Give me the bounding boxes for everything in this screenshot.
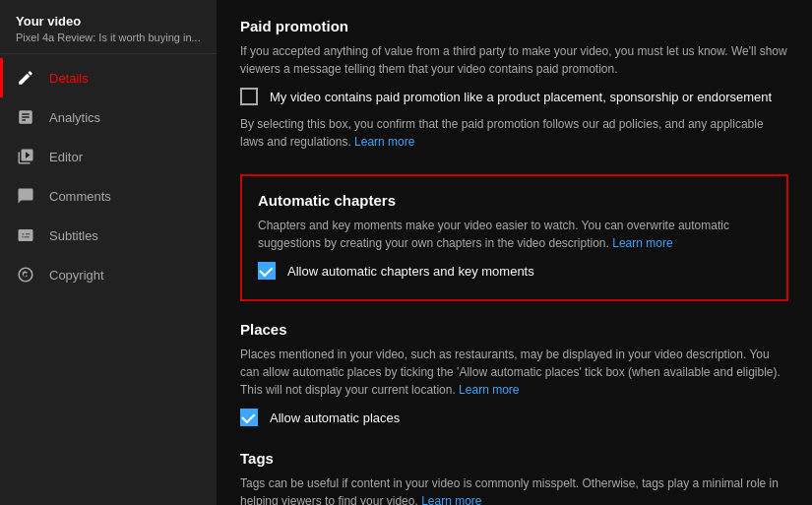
paid-promotion-checkbox-label: My video contains paid promotion like a … [270,90,772,104]
main-content: Paid promotion If you accepted anything … [217,0,812,505]
sidebar-nav: Details Analytics Editor [0,54,217,294]
places-desc: Places mentioned in your video, such as … [240,346,788,399]
tags-desc: Tags can be useful if content in your vi… [240,474,788,505]
editor-icon [16,147,35,166]
paid-promotion-checkbox[interactable] [240,88,258,105]
automatic-chapters-desc: Chapters and key moments make your video… [258,217,771,252]
sidebar-item-editor[interactable]: Editor [0,137,217,176]
subtitles-label: Subtitles [49,228,98,243]
copyright-label: Copyright [49,268,104,283]
sidebar-item-comments[interactable]: Comments [0,176,217,216]
places-title: Places [240,321,788,338]
sidebar: Your video Pixel 4a Review: Is it worth … [0,0,217,505]
comments-label: Comments [49,189,111,204]
tags-desc-text: Tags can be useful if content in your vi… [240,476,779,505]
comments-icon [16,186,35,206]
tags-title: Tags [240,450,788,467]
automatic-chapters-checkbox-row[interactable]: Allow automatic chapters and key moments [258,262,771,280]
automatic-chapters-checkbox[interactable] [258,262,276,280]
sidebar-video-subtitle: Pixel 4a Review: Is it worth buying in..… [16,32,201,43]
paid-promotion-section: Paid promotion If you accepted anything … [240,18,788,151]
paid-promotion-checkbox-row[interactable]: My video contains paid promotion like a … [240,88,788,105]
paid-promotion-checkbox-desc-text: By selecting this box, you confirm that … [240,117,764,149]
paid-promotion-title: Paid promotion [240,18,788,34]
editor-label: Editor [49,150,83,164]
paid-promotion-desc: If you accepted anything of value from a… [240,42,788,78]
places-checkbox[interactable] [240,409,258,426]
sidebar-video-title: Your video [16,14,201,29]
paid-promotion-checkbox-desc: By selecting this box, you confirm that … [240,115,788,151]
tags-learn-more[interactable]: Learn more [421,494,481,505]
sidebar-item-copyright[interactable]: Copyright [0,255,217,294]
places-learn-more[interactable]: Learn more [459,383,519,397]
automatic-chapters-title: Automatic chapters [258,192,771,209]
paid-promotion-learn-more[interactable]: Learn more [354,135,414,149]
sidebar-header: Your video Pixel 4a Review: Is it worth … [0,0,217,54]
sidebar-item-subtitles[interactable]: Subtitles [0,216,217,255]
tags-section: Tags Tags can be useful if content in yo… [240,450,788,505]
places-checkbox-row[interactable]: Allow automatic places [240,409,788,426]
copyright-icon [16,265,35,284]
sidebar-item-analytics[interactable]: Analytics [0,97,217,137]
places-checkbox-label: Allow automatic places [270,410,400,425]
details-icon [16,68,35,88]
automatic-chapters-checkbox-label: Allow automatic chapters and key moments [287,264,534,279]
details-label: Details [49,71,89,86]
analytics-label: Analytics [49,110,100,125]
automatic-chapters-section: Automatic chapters Chapters and key mome… [240,174,788,301]
analytics-icon [16,107,35,127]
sidebar-item-details[interactable]: Details [0,58,217,97]
subtitles-icon [16,225,35,245]
automatic-chapters-learn-more[interactable]: Learn more [612,236,672,250]
places-section: Places Places mentioned in your video, s… [240,321,788,426]
